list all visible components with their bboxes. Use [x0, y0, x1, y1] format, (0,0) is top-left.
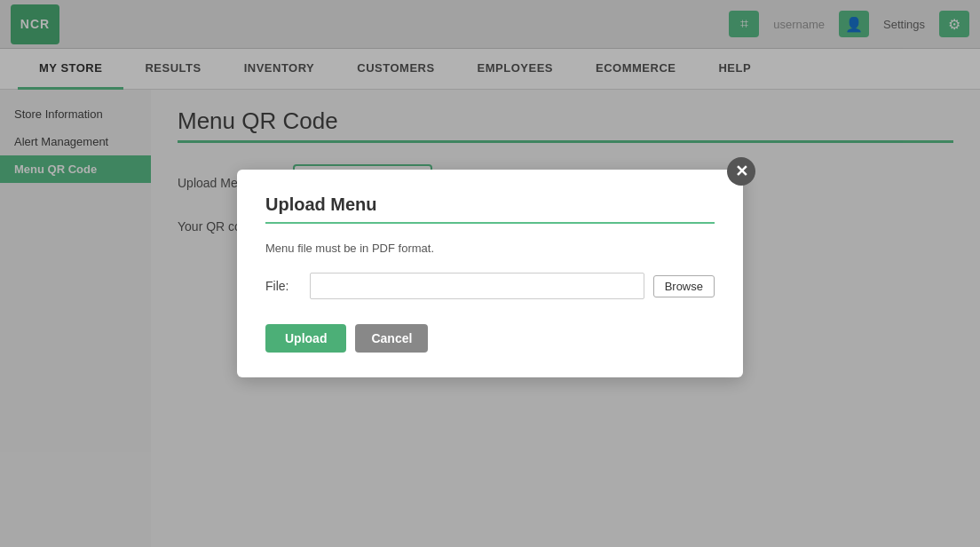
file-label: File: [265, 279, 301, 293]
modal-upload-button[interactable]: Upload [265, 324, 346, 353]
modal-close-button[interactable]: ✕ [727, 157, 755, 186]
modal-overlay: ✕ Upload Menu Menu file must be in PDF f… [0, 0, 980, 547]
modal-title-line [265, 222, 715, 224]
browse-button[interactable]: Browse [653, 275, 715, 297]
modal-file-row: File: Browse [265, 273, 715, 299]
modal-cancel-button[interactable]: Cancel [355, 324, 428, 353]
modal-description: Menu file must be in PDF format. [265, 242, 715, 255]
upload-menu-modal: ✕ Upload Menu Menu file must be in PDF f… [237, 170, 743, 377]
file-input[interactable] [310, 273, 644, 299]
close-icon: ✕ [735, 162, 748, 181]
modal-title: Upload Menu [265, 194, 715, 215]
modal-actions: Upload Cancel [265, 324, 715, 353]
